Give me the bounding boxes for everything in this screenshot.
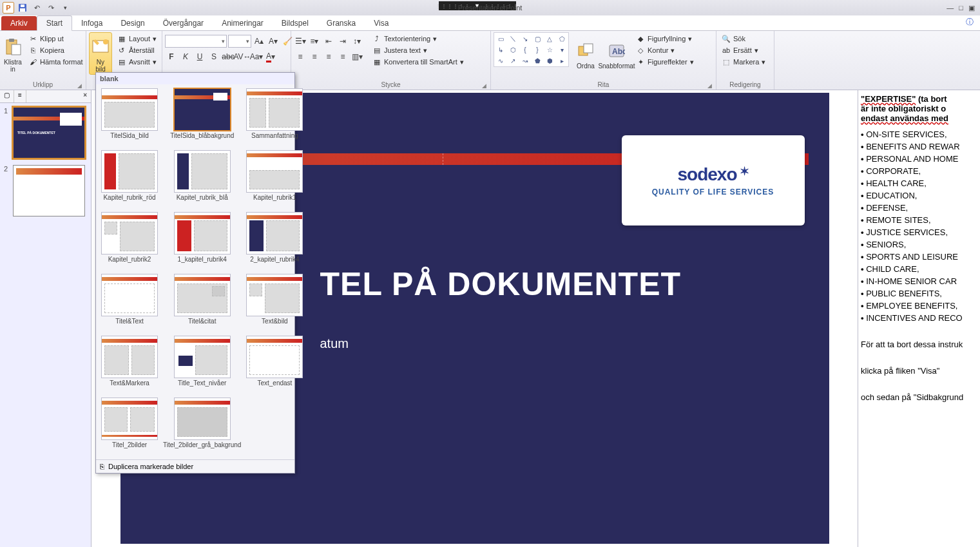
shape-effects-button[interactable]: ✦Figureffekter ▾ xyxy=(633,57,697,67)
layout-option[interactable]: TitelSida_blåbakgrund xyxy=(163,88,241,146)
paste-button[interactable]: Klistra in xyxy=(3,32,23,75)
tab-insert[interactable]: Infoga xyxy=(72,16,111,30)
layout-option[interactable]: Sammanfattning xyxy=(246,88,303,146)
layout-option[interactable]: TitelSida_bild xyxy=(101,88,158,146)
panel-close-button[interactable]: × xyxy=(79,90,91,102)
notes-pane: "EXPERTISE" (ta bort är inte obligatoris… xyxy=(858,90,980,547)
layout-option[interactable]: 2_kapitel_rubrik4 xyxy=(246,212,303,270)
layout-option[interactable]: Kapitel_rubrik_blå xyxy=(163,150,241,208)
notes-bullet: HEALTH CARE, xyxy=(861,178,977,188)
select-button[interactable]: ⬚Markera ▾ xyxy=(719,57,768,67)
layout-option[interactable]: Text&Markera xyxy=(101,336,158,394)
svg-rect-5 xyxy=(12,44,21,55)
slide-thumb-2[interactable] xyxy=(13,165,85,216)
notes-bullet: JUSTICE SERVICES, xyxy=(861,227,977,237)
layout-option[interactable]: Titel_2bilder_grå_bakgrund xyxy=(163,398,241,456)
notes-bullet: CHILD CARE, xyxy=(861,264,977,274)
replace-button[interactable]: abErsätt ▾ xyxy=(719,45,768,55)
star-icon: ✶ xyxy=(740,164,749,178)
slides-tab[interactable]: ▢ xyxy=(0,90,14,102)
reset-button[interactable]: ↺Återställ xyxy=(115,45,159,55)
tab-animations[interactable]: Animeringar xyxy=(213,16,273,30)
layout-button[interactable]: ▦Layout ▾ xyxy=(115,34,159,44)
grow-font-button[interactable]: A▴ xyxy=(253,35,265,48)
tab-view[interactable]: Visa xyxy=(365,16,398,30)
app-icon[interactable]: P xyxy=(3,2,14,14)
svg-rect-4 xyxy=(9,39,14,42)
layout-option-label: Text&Markera xyxy=(110,379,149,394)
slide-title[interactable]: TEL PÅ DOKUMENTET xyxy=(320,265,682,303)
shape-fill-button[interactable]: ◆Figurfyllning ▾ xyxy=(633,34,697,44)
numbering-button[interactable]: ≡▾ xyxy=(308,35,321,48)
font-color-button[interactable]: A▾ xyxy=(264,50,277,63)
undo-button[interactable]: ↶ xyxy=(31,2,43,14)
bold-button[interactable]: F xyxy=(165,50,178,63)
align-left-button[interactable]: ≡ xyxy=(294,50,307,63)
layout-option[interactable]: Text_endast xyxy=(246,336,303,394)
shapes-gallery[interactable]: ▭＼↘▢△⬠ ↳⬡{}☆▾ ∿↗↝⬟⬢▸ xyxy=(494,32,569,67)
shrink-font-button[interactable]: A▾ xyxy=(267,35,280,48)
slide-subtitle[interactable]: atum xyxy=(320,336,349,351)
bullets-button[interactable]: ☰▾ xyxy=(294,35,307,48)
arrange-button[interactable]: Ordna xyxy=(572,32,600,75)
quick-styles-button[interactable]: Abc Snabbformat xyxy=(602,32,631,75)
copy-button[interactable]: ⎘Kopiera xyxy=(26,45,86,55)
convert-smartart-button[interactable]: ▦Konvertera till SmartArt ▾ xyxy=(370,57,466,67)
line-spacing-button[interactable]: ↕▾ xyxy=(351,35,363,48)
layout-option[interactable]: Text&bild xyxy=(246,274,303,332)
cut-button[interactable]: ✂Klipp ut xyxy=(26,34,86,44)
align-center-button[interactable]: ≡ xyxy=(308,50,321,63)
align-text-button[interactable]: ▤Justera text ▾ xyxy=(370,45,466,55)
layout-option[interactable]: Title_Text_nivåer xyxy=(163,336,241,394)
columns-button[interactable]: ▥▾ xyxy=(351,50,363,63)
notes-bullet: EMPLOYEE BENEFITS, xyxy=(861,301,977,311)
duplicate-slides-item[interactable]: ⎘ Duplicera markerade bilder xyxy=(96,459,294,473)
font-family-combo[interactable] xyxy=(165,35,227,48)
outline-tab[interactable]: ≡ xyxy=(14,90,26,102)
layout-option[interactable]: Titel&citat xyxy=(163,274,241,332)
layout-option[interactable]: Kapitel_rubrik2 xyxy=(101,212,158,270)
tab-review[interactable]: Granska xyxy=(318,16,365,30)
clipboard-launcher-icon[interactable]: ◢ xyxy=(77,82,82,89)
slide-thumb-1[interactable]: TITEL PÅ DOKUMENTET xyxy=(13,107,85,158)
underline-button[interactable]: U xyxy=(193,50,206,63)
redo-button[interactable]: ↷ xyxy=(45,2,57,14)
char-spacing-button[interactable]: AV↔ xyxy=(236,50,249,63)
shape-outline-button[interactable]: ◇Kontur ▾ xyxy=(633,45,697,55)
new-slide-button[interactable]: Ny bild xyxy=(89,32,112,75)
drawing-launcher-icon[interactable]: ◢ xyxy=(707,82,712,89)
restore-button[interactable]: □ xyxy=(959,4,963,12)
italic-button[interactable]: K xyxy=(179,50,192,63)
tab-slideshow[interactable]: Bildspel xyxy=(273,16,318,30)
strike-button[interactable]: abc xyxy=(222,50,235,63)
maximize-button[interactable]: ▣ xyxy=(968,4,975,12)
qat-customize[interactable]: ▾ xyxy=(59,2,71,14)
tab-transitions[interactable]: Övergångar xyxy=(154,16,213,30)
layout-option[interactable]: Titel&Text xyxy=(101,274,158,332)
font-size-combo[interactable] xyxy=(228,35,251,48)
ribbon-help-icon[interactable]: ⓘ xyxy=(959,14,980,30)
layout-option[interactable]: Kapitel_rubrik1 xyxy=(246,150,303,208)
layout-option[interactable]: Titel_2bilder xyxy=(101,398,158,456)
title-bar: P ↶ ↷ ▾ ⋮⋮⋮⋮⋮⋮▼⋮⋮⋮⋮⋮⋮ Presentation erPoi… xyxy=(0,0,980,15)
format-painter-button[interactable]: 🖌Hämta format xyxy=(26,57,86,67)
tab-design[interactable]: Design xyxy=(111,16,153,30)
shadow-button[interactable]: S xyxy=(207,50,220,63)
tab-home[interactable]: Start xyxy=(37,15,72,31)
layout-option[interactable]: Kapitel_rubrik_röd xyxy=(101,150,158,208)
justify-button[interactable]: ≡ xyxy=(336,50,349,63)
tab-file[interactable]: Arkiv xyxy=(1,16,37,30)
minimize-button[interactable]: — xyxy=(946,4,954,12)
save-button[interactable] xyxy=(17,2,28,14)
layout-option-label: Kapitel_rubrik1 xyxy=(253,194,296,208)
align-right-button[interactable]: ≡ xyxy=(322,50,335,63)
decrease-indent-button[interactable]: ⇤ xyxy=(322,35,335,48)
window-title: Presentation erPoint xyxy=(458,4,523,12)
layout-option[interactable]: 1_kapitel_rubrik4 xyxy=(163,212,241,270)
text-direction-button[interactable]: ⤴Textorientering ▾ xyxy=(370,34,466,44)
change-case-button[interactable]: Aa▾ xyxy=(250,50,263,63)
paragraph-launcher-icon[interactable]: ◢ xyxy=(482,82,486,89)
find-button[interactable]: 🔍Sök xyxy=(719,34,768,44)
increase-indent-button[interactable]: ⇥ xyxy=(336,35,349,48)
section-button[interactable]: ▤Avsnitt ▾ xyxy=(115,57,159,67)
